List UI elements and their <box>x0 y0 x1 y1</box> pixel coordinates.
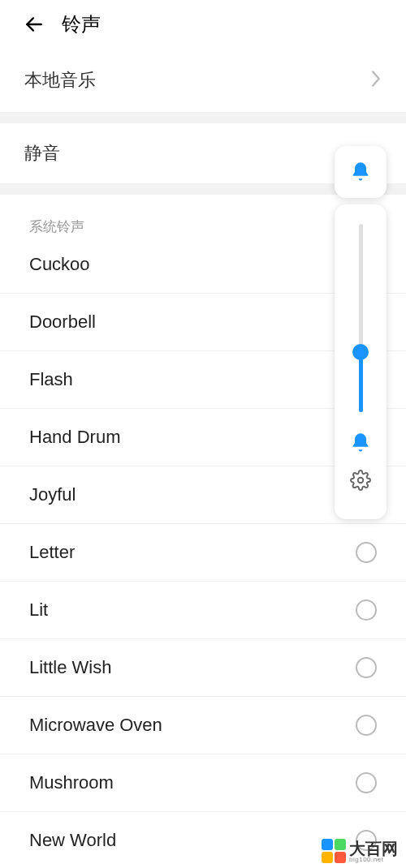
radio-button[interactable] <box>356 599 377 621</box>
divider-gap <box>0 112 406 123</box>
watermark-text: 大百网 <box>349 840 398 857</box>
volume-slider-fill <box>359 352 363 412</box>
radio-button[interactable] <box>356 657 377 678</box>
header-bar: 铃声 <box>0 0 406 49</box>
radio-button[interactable] <box>356 542 377 563</box>
ringtone-name: Mushroom <box>29 772 114 793</box>
ringtone-volume-button[interactable] <box>349 425 372 458</box>
watermark: 大百网 big100.net <box>322 839 398 863</box>
gear-icon <box>350 470 371 491</box>
ringtone-name: Doorbell <box>29 312 96 333</box>
watermark-subtext: big100.net <box>349 857 398 863</box>
local-music-label: 本地音乐 <box>24 68 96 92</box>
arrow-left-icon <box>24 14 45 35</box>
volume-settings-button[interactable] <box>350 461 371 500</box>
ringtone-item[interactable]: Microwave Oven <box>0 697 406 754</box>
ringtone-item[interactable]: Little Wish <box>0 639 406 697</box>
volume-slider[interactable] <box>359 224 363 412</box>
ringtone-name: Lit <box>29 599 48 621</box>
ringtone-name: New World <box>29 830 116 851</box>
radio-button[interactable] <box>356 715 377 736</box>
ringtone-name: Microwave Oven <box>29 715 162 736</box>
volume-slider-thumb[interactable] <box>352 344 369 360</box>
ringtone-item[interactable]: Letter <box>0 524 406 582</box>
ringtone-item[interactable]: Lit <box>0 582 406 639</box>
ringtone-name: Letter <box>29 542 75 563</box>
volume-panel <box>335 146 387 519</box>
ringtone-item[interactable]: Mushroom <box>0 754 406 812</box>
ringtone-name: Flash <box>29 369 73 390</box>
bell-icon <box>349 432 372 454</box>
local-music-row[interactable]: 本地音乐 <box>0 49 406 112</box>
page-title: 铃声 <box>62 11 101 37</box>
notification-volume-button[interactable] <box>335 146 387 198</box>
ringtone-name: Joyful <box>29 484 76 505</box>
bell-icon <box>349 161 372 183</box>
svg-point-1 <box>358 478 364 483</box>
chevron-right-icon <box>370 70 382 91</box>
silent-label: 静音 <box>24 141 382 165</box>
ringtone-name: Little Wish <box>29 657 111 678</box>
volume-slider-card <box>335 204 387 519</box>
radio-button[interactable] <box>356 772 377 793</box>
ringtone-name: Hand Drum <box>29 427 120 448</box>
ringtone-name: Cuckoo <box>29 254 90 275</box>
watermark-logo-icon <box>322 839 346 863</box>
back-button[interactable] <box>23 13 45 36</box>
